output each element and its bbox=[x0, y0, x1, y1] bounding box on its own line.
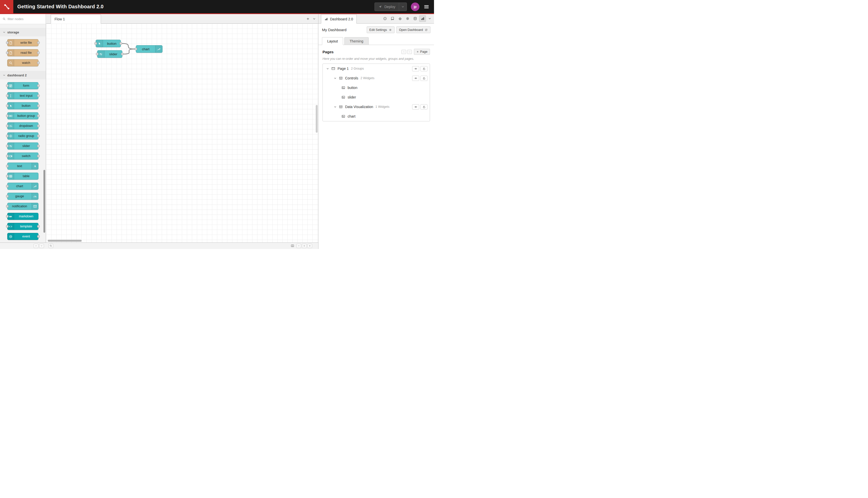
sidebar-tab-debug[interactable] bbox=[397, 15, 403, 22]
tree-row-page-1[interactable]: Page 1 2 Groups bbox=[323, 64, 430, 74]
palette-search[interactable] bbox=[0, 14, 46, 24]
node-input-port[interactable] bbox=[6, 175, 9, 178]
tree-row-button[interactable]: button bbox=[323, 83, 430, 92]
deploy-options-button[interactable] bbox=[399, 3, 406, 11]
tab-layout[interactable]: Layout bbox=[322, 37, 343, 45]
node-write-file[interactable]: write file bbox=[7, 39, 38, 46]
tree-row-controls[interactable]: Controls 2 Widgets bbox=[323, 74, 430, 83]
node-form[interactable]: form bbox=[7, 82, 38, 89]
node-event[interactable]: event bbox=[7, 233, 38, 240]
node-output-port[interactable] bbox=[37, 94, 40, 97]
node-input-port[interactable] bbox=[6, 155, 9, 157]
node-input-port[interactable] bbox=[96, 53, 98, 55]
canvas-vscrollbar[interactable] bbox=[316, 105, 318, 133]
node-slider[interactable]: slider bbox=[7, 143, 38, 149]
tree-row-data-visualization[interactable]: Data Visualization 1 Widgets bbox=[323, 102, 430, 112]
visibility-button[interactable] bbox=[412, 66, 419, 71]
node-input-port[interactable] bbox=[6, 84, 9, 87]
node-output-port[interactable] bbox=[121, 53, 123, 55]
add-page-button[interactable]: Page bbox=[414, 49, 430, 55]
node-table[interactable]: table bbox=[7, 173, 38, 180]
canvas[interactable]: button slider chart bbox=[46, 24, 318, 243]
sidebar-tab-help[interactable] bbox=[389, 15, 396, 22]
palette-search-input[interactable] bbox=[8, 17, 43, 21]
node-output-port[interactable] bbox=[37, 225, 40, 228]
move-page-up-button[interactable] bbox=[401, 50, 406, 54]
node-read-file[interactable]: read file bbox=[7, 49, 38, 56]
node-output-port[interactable] bbox=[37, 155, 40, 157]
palette-category-dashboard-2[interactable]: dashboard 2 bbox=[0, 71, 46, 79]
node-chart[interactable]: chart bbox=[7, 183, 38, 190]
canvas-hscrollbar[interactable] bbox=[48, 240, 82, 242]
node-input-port[interactable] bbox=[6, 145, 9, 147]
open-dashboard-button[interactable]: Open Dashboard bbox=[396, 26, 430, 33]
node-input-port[interactable] bbox=[6, 115, 9, 117]
node-output-port[interactable] bbox=[37, 135, 40, 137]
zoom-out-button[interactable] bbox=[296, 244, 301, 248]
lock-button[interactable] bbox=[420, 66, 427, 71]
sidebar-tabs-menu-button[interactable] bbox=[426, 15, 433, 22]
palette-scrollbar[interactable] bbox=[43, 170, 45, 233]
chevron-down-icon[interactable] bbox=[334, 106, 339, 108]
tab-dashboard-2[interactable]: Dashboard 2.0 bbox=[321, 14, 357, 24]
node-button-group[interactable]: button group bbox=[7, 112, 38, 119]
node-input-port[interactable] bbox=[6, 225, 9, 228]
node-input-port[interactable] bbox=[6, 195, 9, 197]
palette-category-storage[interactable]: storage bbox=[0, 28, 46, 37]
flow-list-button[interactable] bbox=[313, 17, 316, 21]
chevron-down-icon[interactable] bbox=[334, 77, 339, 80]
node-output-port[interactable] bbox=[37, 41, 40, 44]
tab-theming[interactable]: Theming bbox=[344, 37, 369, 45]
visibility-button[interactable] bbox=[412, 76, 419, 81]
node-text-input[interactable]: text input bbox=[7, 92, 38, 99]
sidebar-tab-config[interactable] bbox=[404, 15, 411, 22]
palette-scroll-up-button[interactable] bbox=[34, 244, 38, 248]
tree-row-slider[interactable]: slider bbox=[323, 92, 430, 102]
add-flow-button[interactable] bbox=[306, 17, 310, 21]
node-input-port[interactable] bbox=[6, 52, 9, 54]
edit-settings-button[interactable]: Edit Settings bbox=[367, 26, 395, 33]
node-output-port[interactable] bbox=[37, 62, 40, 64]
lock-button[interactable] bbox=[420, 104, 427, 109]
palette-scroll[interactable]: storage write file read file watch dashb… bbox=[0, 24, 46, 243]
node-chart[interactable]: chart bbox=[136, 45, 162, 53]
node-radio-group[interactable]: radio group bbox=[7, 132, 38, 140]
node-notification[interactable]: notification bbox=[7, 203, 38, 210]
move-page-down-button[interactable] bbox=[407, 50, 412, 54]
sidebar-tab-info[interactable] bbox=[382, 15, 388, 22]
tree-row-chart[interactable]: chart bbox=[323, 112, 430, 121]
node-output-port[interactable] bbox=[37, 235, 40, 238]
menu-button[interactable] bbox=[424, 4, 429, 10]
node-switch[interactable]: switch bbox=[7, 153, 38, 159]
node-output-port[interactable] bbox=[37, 52, 40, 54]
node-button[interactable]: button bbox=[7, 102, 38, 109]
deploy-button[interactable]: Deploy bbox=[374, 2, 407, 11]
node-input-port[interactable] bbox=[135, 48, 137, 50]
node-output-port[interactable] bbox=[37, 84, 40, 87]
chevron-down-icon[interactable] bbox=[326, 67, 331, 70]
node-dropdown[interactable]: dropdown bbox=[7, 122, 38, 129]
palette-scroll-down-button[interactable] bbox=[39, 244, 44, 248]
avatar[interactable]: jp bbox=[411, 2, 419, 11]
node-markdown[interactable]: markdown bbox=[7, 213, 38, 220]
node-input-port[interactable] bbox=[6, 41, 9, 44]
sidebar-tab-context[interactable] bbox=[412, 15, 418, 22]
node-input-port[interactable] bbox=[94, 42, 97, 45]
node-output-port[interactable] bbox=[37, 105, 40, 107]
lock-button[interactable] bbox=[420, 76, 427, 81]
node-input-port[interactable] bbox=[6, 105, 9, 107]
node-output-port[interactable] bbox=[37, 115, 40, 117]
node-output-port[interactable] bbox=[37, 145, 40, 147]
node-input-port[interactable] bbox=[6, 124, 9, 127]
node-red-logo[interactable] bbox=[0, 0, 13, 13]
node-output-port[interactable] bbox=[120, 42, 122, 45]
zoom-in-button[interactable] bbox=[307, 244, 312, 248]
node-input-port[interactable] bbox=[6, 215, 9, 218]
zoom-reset-button[interactable] bbox=[302, 244, 307, 248]
node-slider[interactable]: slider bbox=[97, 50, 122, 58]
tab-flow-1[interactable]: Flow 1 bbox=[51, 14, 101, 24]
node-gauge[interactable]: gauge bbox=[7, 193, 38, 200]
node-input-port[interactable] bbox=[6, 165, 9, 167]
node-template[interactable]: template bbox=[7, 223, 38, 230]
node-text[interactable]: text bbox=[7, 162, 38, 170]
